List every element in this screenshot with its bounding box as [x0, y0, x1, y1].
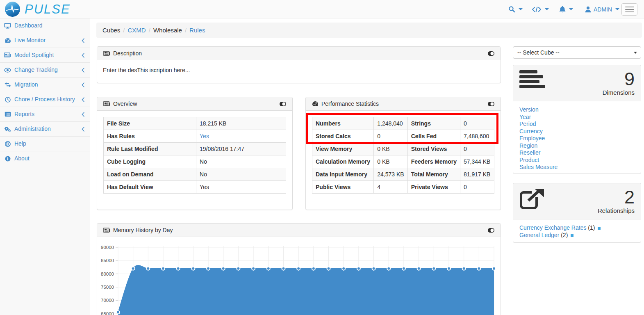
table-row: View Memory0 KBStored Views0: [312, 143, 494, 155]
search-icon: [508, 6, 515, 13]
sidebar-item-label: About: [14, 151, 30, 166]
nav-user-menu[interactable]: ADMIN: [585, 0, 619, 18]
dimension-link-year[interactable]: Year: [519, 114, 635, 121]
sidebar-item-reports[interactable]: Reports: [0, 107, 90, 122]
sidebar-item-migration[interactable]: Migration: [0, 78, 90, 92]
exchange-icon: [4, 82, 11, 87]
toggle-collapse-icon[interactable]: [488, 102, 494, 106]
description-panel: Description Enter the desThis iscription…: [97, 46, 501, 83]
table-row: Has RulesYes: [104, 130, 286, 143]
row-label: File Size: [104, 117, 196, 130]
toggle-collapse-icon[interactable]: [488, 51, 494, 56]
relationships-card: 2 Relationships Currency Exchange Rates …: [513, 183, 641, 243]
breadcrumb-item-cubes[interactable]: Cubes: [102, 27, 120, 34]
description-text[interactable]: Enter the desThis iscription here...: [97, 60, 501, 80]
sidebar-item-model-spotlight[interactable]: Model Spotlight: [0, 48, 90, 63]
navbar-toggle-button[interactable]: [621, 3, 637, 16]
breadcrumb-item-wholesale[interactable]: Wholesale: [153, 27, 182, 34]
performance-statistics-panel: Performance Statistics Numbers1,248,040S…: [305, 97, 501, 210]
performance-panel-header: Performance Statistics: [306, 97, 501, 111]
dimension-link-region[interactable]: Region: [519, 142, 635, 150]
relationships-count: 2: [598, 188, 635, 206]
memory-history-area-chart[interactable]: 900008500080000750007000065000: [97, 237, 501, 315]
row-label: Stored Views: [407, 143, 460, 155]
dimension-link-sales-measure[interactable]: Sales Measure: [519, 164, 635, 171]
sidebar-item-chore-process-history[interactable]: Chore / Process History: [0, 92, 90, 107]
sidebar-nav: Dashboard Live Monitor Model Spotlight C…: [0, 18, 90, 315]
desktop-icon: [4, 23, 11, 29]
nav-search-menu[interactable]: [508, 0, 523, 18]
chevron-left-icon: [82, 82, 84, 87]
toggle-collapse-icon[interactable]: [488, 228, 494, 233]
nav-code-menu[interactable]: [532, 0, 549, 18]
sidebar-item-label: Live Monitor: [14, 33, 46, 48]
table-row: File Size18,215 KB: [104, 117, 286, 130]
blue-square-icon: [598, 227, 601, 230]
newspaper-icon: [103, 101, 110, 107]
dimension-link-period[interactable]: Period: [519, 121, 635, 128]
dimension-link-product[interactable]: Product: [519, 157, 635, 164]
newspaper-icon: [4, 52, 11, 58]
row-value: 0 KB: [374, 155, 407, 168]
list-item: Currency Exchange Rates (1): [519, 224, 635, 232]
list-item: General Ledger (2): [519, 232, 635, 239]
svg-text:90000: 90000: [101, 245, 114, 250]
sidebar-item-live-monitor[interactable]: Live Monitor: [0, 33, 90, 48]
memory-panel-header: Memory History by Day: [97, 224, 501, 237]
sidebar-item-label: Help: [14, 137, 26, 151]
toggle-collapse-icon[interactable]: [280, 102, 286, 106]
dimension-link-employee[interactable]: Employee: [519, 135, 635, 142]
sidebar-item-change-tracking[interactable]: Change Tracking: [0, 63, 90, 78]
breadcrumb-separator: /: [185, 27, 187, 34]
dimension-link-currency[interactable]: Currency: [519, 128, 635, 135]
align-left-icon: [519, 70, 545, 96]
sidebar-item-label: Change Tracking: [14, 63, 58, 77]
breadcrumb-separator: /: [149, 27, 150, 34]
breadcrumb-item-cxmd[interactable]: CXMD: [128, 27, 146, 34]
tachometer-icon: [312, 101, 319, 107]
sidebar-item-label: Administration: [14, 122, 51, 136]
relationship-link-currency-exchange-rates[interactable]: Currency Exchange Rates: [519, 224, 586, 231]
table-row: Calculation Memory0 KBFeeders Memory57,3…: [312, 155, 494, 168]
sidebar-item-label: Reports: [14, 107, 34, 121]
sidebar-item-administration[interactable]: Administration: [0, 122, 90, 137]
sidebar-item-help[interactable]: Help: [0, 137, 90, 151]
dimensions-count: 9: [603, 70, 635, 88]
panel-title: Overview: [113, 100, 137, 107]
description-panel-header: Description: [97, 47, 501, 60]
newspaper-icon: [103, 51, 110, 56]
chevron-left-icon: [82, 127, 84, 132]
row-value: 81,917 KB: [460, 168, 494, 181]
table-row: Cube LoggingNo: [104, 155, 286, 168]
row-label: Cube Logging: [104, 155, 196, 168]
cube-select-wrap: -- Select Cube --: [513, 46, 641, 59]
row-label: Total Memory: [407, 168, 460, 181]
panel-title: Performance Statistics: [321, 100, 379, 107]
dimension-link-version[interactable]: Version: [519, 106, 635, 114]
row-value: 0: [374, 130, 407, 143]
chevron-left-icon: [82, 53, 84, 58]
relationships-card-header: 2 Relationships: [513, 183, 641, 219]
has-rules-link[interactable]: Yes: [200, 133, 209, 139]
row-value: 19/08/2016 17:47: [196, 143, 286, 155]
brand[interactable]: PULSE: [5, 2, 71, 17]
table-row: Rule Last Modified19/08/2016 17:47: [104, 143, 286, 155]
sidebar-item-label: Model Spotlight: [14, 48, 54, 62]
relationship-count: (1): [588, 224, 595, 231]
breadcrumb-item-rules[interactable]: Rules: [189, 27, 205, 34]
chevron-left-icon: [82, 68, 84, 73]
dimension-link-reseller[interactable]: Reseller: [519, 149, 635, 157]
row-label: Cells Fed: [407, 130, 460, 143]
sidebar-item-dashboard[interactable]: Dashboard: [0, 18, 90, 33]
chevron-left-icon: [82, 38, 84, 43]
sidebar-item-about[interactable]: About: [0, 151, 90, 166]
nav-notifications-menu[interactable]: [559, 0, 573, 18]
row-label: Public Views: [312, 181, 374, 194]
cube-select[interactable]: -- Select Cube --: [513, 46, 641, 59]
eye-icon: [4, 68, 11, 73]
relationship-link-general-ledger[interactable]: General Ledger: [519, 232, 559, 238]
chevron-left-icon: [82, 97, 84, 102]
code-icon: [532, 7, 542, 12]
row-label: Calculation Memory: [312, 155, 374, 168]
svg-text:70000: 70000: [101, 298, 114, 303]
